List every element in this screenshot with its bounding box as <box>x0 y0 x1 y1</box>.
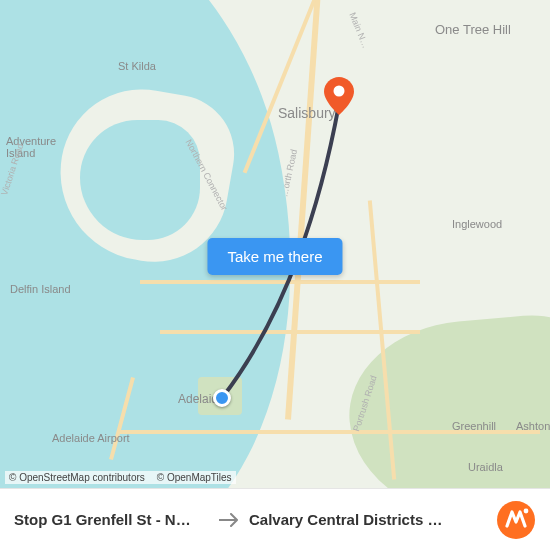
app-root: One Tree Hill St Kilda Adventure Island … <box>0 0 550 550</box>
road-label-main-north: Main N… <box>347 11 370 50</box>
road-stroke <box>120 430 540 434</box>
sea-shape <box>0 0 356 550</box>
map-attribution: © OpenStreetMap contributors © OpenMapTi… <box>5 471 236 484</box>
route-summary-bar[interactable]: Stop G1 Grenfell St - N… Calvary Central… <box>0 488 550 550</box>
origin-marker <box>213 389 231 407</box>
route-to-label: Calvary Central Districts … <box>249 511 486 528</box>
arrow-right-icon <box>219 513 239 527</box>
svg-point-0 <box>334 86 345 97</box>
place-label-inglewood: Inglewood <box>452 218 502 230</box>
attribution-openmaptiles[interactable]: © OpenMapTiles <box>157 472 232 483</box>
map-canvas[interactable]: One Tree Hill St Kilda Adventure Island … <box>0 0 550 550</box>
inlet-shape <box>80 120 200 240</box>
route-from-label: Stop G1 Grenfell St - N… <box>14 511 209 528</box>
destination-marker-icon <box>324 77 354 107</box>
place-label-one-tree-hill: One Tree Hill <box>435 22 511 37</box>
svg-point-2 <box>524 508 529 513</box>
take-me-there-button[interactable]: Take me there <box>207 238 342 275</box>
moovit-logo-icon[interactable] <box>496 500 536 540</box>
attribution-osm[interactable]: © OpenStreetMap contributors <box>9 472 145 483</box>
